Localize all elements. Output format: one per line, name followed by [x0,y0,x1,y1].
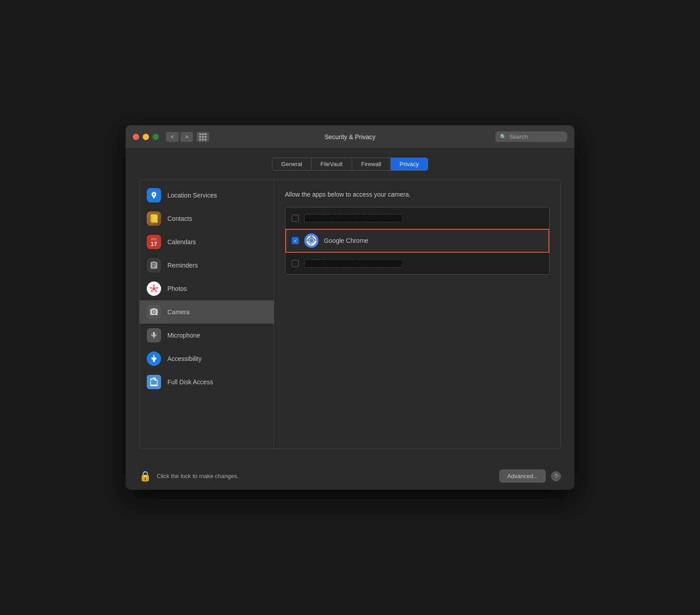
tab-general[interactable]: General [272,158,311,171]
sidebar-label-accessibility: Accessibility [167,355,201,362]
sidebar-label-full-disk-access: Full Disk Access [167,378,213,386]
sidebar-label-camera: Camera [167,308,190,316]
photos-icon [147,281,161,296]
app-row-google-chrome[interactable]: Google Chrome [285,229,549,253]
sidebar-item-location-services[interactable]: Location Services [140,184,274,207]
tab-firewall[interactable]: Firewall [352,158,391,171]
lock-text: Click the lock to make changes. [157,473,239,479]
location-services-icon [147,188,161,202]
chrome-icon [304,233,319,248]
grid-button[interactable] [197,132,209,142]
sidebar-item-camera[interactable]: Camera [140,300,274,324]
checkbox-google-chrome[interactable] [292,237,299,244]
sidebar-item-full-disk-access[interactable]: Full Disk Access [140,370,274,394]
app-row-3 [285,253,549,274]
search-icon: 🔍 [500,134,507,140]
right-panel: Allow the apps below to access your came… [274,180,560,448]
app-list: Google Chrome [285,207,550,275]
sidebar-item-reminders[interactable]: Reminders [140,254,274,277]
app-row-1 [285,207,549,229]
maximize-button[interactable] [153,134,159,140]
main-panel: Location Services 📒 Contacts JUL 17 Cale… [139,180,561,449]
titlebar: < > Security & Privacy 🔍 Search [126,125,574,149]
reminders-icon [147,258,161,272]
tabs-bar: General FileVault Firewall Privacy [139,158,561,171]
tab-filevault[interactable]: FileVault [311,158,352,171]
lock-icon[interactable]: 🔒 [139,470,151,482]
sidebar-label-contacts: Contacts [167,215,192,222]
window-title: Security & Privacy [324,133,376,141]
accessibility-icon [147,351,161,366]
nav-buttons: < > [166,132,209,142]
camera-icon [147,305,161,319]
full-disk-access-icon [147,375,161,389]
checkbox-app1[interactable] [292,215,299,222]
checkbox-app3[interactable] [292,260,299,267]
contacts-icon: 📒 [147,211,161,226]
sidebar-item-accessibility[interactable]: Accessibility [140,347,274,370]
svg-point-3 [153,355,154,356]
back-button[interactable]: < [166,132,179,142]
app-name-google-chrome: Google Chrome [324,237,368,244]
advanced-button[interactable]: Advanced... [499,470,546,483]
minimize-button[interactable] [143,134,149,140]
svg-point-8 [310,239,314,243]
tab-privacy[interactable]: Privacy [391,158,429,171]
grid-icon [199,133,206,141]
main-window: < > Security & Privacy 🔍 Search [126,125,574,490]
traffic-lights [133,134,159,140]
sidebar-label-reminders: Reminders [167,262,198,269]
content-area: General FileVault Firewall Privacy Locat… [126,149,574,462]
forward-button[interactable]: > [180,132,193,142]
redacted-bar-1 [304,214,403,222]
sidebar: Location Services 📒 Contacts JUL 17 Cale… [140,180,274,448]
sidebar-label-calendars: Calendars [167,238,196,246]
search-placeholder: Search [509,133,528,140]
microphone-icon [147,328,161,343]
panel-description: Allow the apps below to access your came… [285,191,550,198]
svg-point-2 [153,287,156,290]
search-box[interactable]: 🔍 Search [495,132,567,142]
sidebar-label-location-services: Location Services [167,192,217,199]
sidebar-label-photos: Photos [167,285,187,292]
calendars-icon: JUL 17 [147,235,161,249]
help-button[interactable]: ? [551,471,561,481]
redacted-bar-3 [304,259,403,268]
sidebar-item-photos[interactable]: Photos [140,277,274,300]
footer: 🔒 Click the lock to make changes. Advanc… [126,462,574,490]
sidebar-item-microphone[interactable]: Microphone [140,324,274,347]
close-button[interactable] [133,134,139,140]
sidebar-label-microphone: Microphone [167,332,200,339]
sidebar-item-contacts[interactable]: 📒 Contacts [140,207,274,230]
sidebar-item-calendars[interactable]: JUL 17 Calendars [140,230,274,254]
